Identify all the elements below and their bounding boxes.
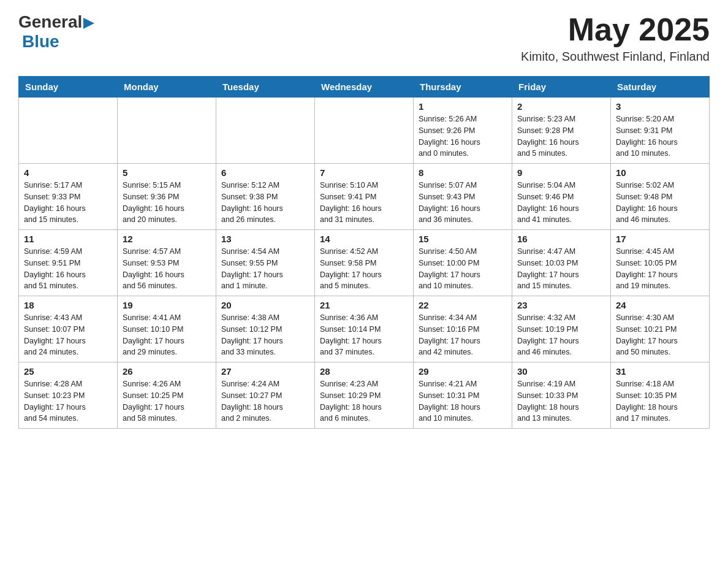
calendar-cell: 14Sunrise: 4:52 AMSunset: 9:58 PMDayligh… [315,230,414,296]
day-number: 11 [24,234,112,244]
week-row-5: 25Sunrise: 4:28 AMSunset: 10:23 PMDaylig… [19,362,710,429]
calendar-cell: 17Sunrise: 4:45 AMSunset: 10:05 PMDaylig… [611,230,710,296]
logo: General Blue [18,12,94,52]
day-info: Sunrise: 4:43 AMSunset: 10:07 PMDaylight… [24,312,112,358]
calendar-cell: 8Sunrise: 5:07 AMSunset: 9:43 PMDaylight… [414,164,512,230]
day-info: Sunrise: 4:59 AMSunset: 9:51 PMDaylight:… [24,246,112,292]
day-number: 9 [517,167,605,178]
calendar-cell: 4Sunrise: 5:17 AMSunset: 9:33 PMDaylight… [19,164,118,230]
calendar-cell: 10Sunrise: 5:02 AMSunset: 9:48 PMDayligh… [611,164,710,230]
day-number: 13 [221,234,309,244]
day-info: Sunrise: 5:17 AMSunset: 9:33 PMDaylight:… [24,180,112,226]
logo-blue-text: Blue [22,32,59,52]
calendar-cell: 20Sunrise: 4:38 AMSunset: 10:12 PMDaylig… [216,296,315,362]
day-info: Sunrise: 4:24 AMSunset: 10:27 PMDaylight… [221,378,309,424]
day-info: Sunrise: 4:28 AMSunset: 10:23 PMDaylight… [24,378,112,424]
day-number: 20 [221,300,309,310]
weekday-header-tuesday: Tuesday [216,77,315,98]
calendar-cell: 2Sunrise: 5:23 AMSunset: 9:28 PMDaylight… [512,98,611,164]
day-number: 8 [419,167,507,178]
day-info: Sunrise: 4:32 AMSunset: 10:19 PMDaylight… [517,312,605,358]
day-number: 17 [616,234,704,244]
day-number: 22 [419,300,507,310]
svg-marker-0 [83,18,94,29]
calendar-table: SundayMondayTuesdayWednesdayThursdayFrid… [18,76,710,429]
day-info: Sunrise: 4:50 AMSunset: 10:00 PMDaylight… [419,246,507,292]
day-info: Sunrise: 4:23 AMSunset: 10:29 PMDaylight… [320,378,408,424]
day-info: Sunrise: 5:15 AMSunset: 9:36 PMDaylight:… [123,180,211,226]
day-info: Sunrise: 5:02 AMSunset: 9:48 PMDaylight:… [616,180,704,226]
day-info: Sunrise: 5:04 AMSunset: 9:46 PMDaylight:… [517,180,605,226]
day-info: Sunrise: 5:23 AMSunset: 9:28 PMDaylight:… [517,113,605,159]
calendar-cell: 30Sunrise: 4:19 AMSunset: 10:33 PMDaylig… [512,362,611,429]
calendar-cell: 15Sunrise: 4:50 AMSunset: 10:00 PMDaylig… [414,230,512,296]
week-row-4: 18Sunrise: 4:43 AMSunset: 10:07 PMDaylig… [19,296,710,362]
day-number: 5 [123,167,211,178]
day-info: Sunrise: 5:12 AMSunset: 9:38 PMDaylight:… [221,180,309,226]
week-row-3: 11Sunrise: 4:59 AMSunset: 9:51 PMDayligh… [19,230,710,296]
location-text: Kimito, Southwest Finland, Finland [521,50,710,64]
calendar-cell: 21Sunrise: 4:36 AMSunset: 10:14 PMDaylig… [315,296,414,362]
day-number: 29 [419,366,507,377]
day-number: 15 [419,234,507,244]
calendar-cell: 27Sunrise: 4:24 AMSunset: 10:27 PMDaylig… [216,362,315,429]
calendar-cell: 25Sunrise: 4:28 AMSunset: 10:23 PMDaylig… [19,362,118,429]
calendar-cell: 19Sunrise: 4:41 AMSunset: 10:10 PMDaylig… [118,296,216,362]
weekday-header-row: SundayMondayTuesdayWednesdayThursdayFrid… [19,77,710,98]
calendar-cell: 23Sunrise: 4:32 AMSunset: 10:19 PMDaylig… [512,296,611,362]
day-info: Sunrise: 4:18 AMSunset: 10:35 PMDaylight… [616,378,704,424]
day-number: 27 [221,366,309,377]
calendar-cell: 9Sunrise: 5:04 AMSunset: 9:46 PMDaylight… [512,164,611,230]
weekday-header-friday: Friday [512,77,611,98]
day-info: Sunrise: 5:20 AMSunset: 9:31 PMDaylight:… [616,113,704,159]
day-number: 10 [616,167,704,178]
day-info: Sunrise: 4:45 AMSunset: 10:05 PMDaylight… [616,246,704,292]
day-info: Sunrise: 4:21 AMSunset: 10:31 PMDaylight… [419,378,507,424]
calendar-cell: 3Sunrise: 5:20 AMSunset: 9:31 PMDaylight… [611,98,710,164]
calendar-cell: 13Sunrise: 4:54 AMSunset: 9:55 PMDayligh… [216,230,315,296]
day-number: 16 [517,234,605,244]
day-number: 4 [24,167,112,178]
day-info: Sunrise: 4:52 AMSunset: 9:58 PMDaylight:… [320,246,408,292]
week-row-1: 1Sunrise: 5:26 AMSunset: 9:26 PMDaylight… [19,98,710,164]
day-info: Sunrise: 4:38 AMSunset: 10:12 PMDaylight… [221,312,309,358]
day-number: 12 [123,234,211,244]
logo-arrow-icon [83,18,94,29]
day-number: 30 [517,366,605,377]
calendar-cell: 22Sunrise: 4:34 AMSunset: 10:16 PMDaylig… [414,296,512,362]
day-number: 28 [320,366,408,377]
day-info: Sunrise: 4:34 AMSunset: 10:16 PMDaylight… [419,312,507,358]
title-block: May 2025 Kimito, Southwest Finland, Finl… [521,12,710,64]
day-info: Sunrise: 4:54 AMSunset: 9:55 PMDaylight:… [221,246,309,292]
weekday-header-thursday: Thursday [414,77,512,98]
logo-general-text: General [18,12,82,32]
calendar-cell: 18Sunrise: 4:43 AMSunset: 10:07 PMDaylig… [19,296,118,362]
calendar-cell [19,98,118,164]
weekday-header-monday: Monday [118,77,216,98]
calendar-cell: 7Sunrise: 5:10 AMSunset: 9:41 PMDaylight… [315,164,414,230]
calendar-cell: 26Sunrise: 4:26 AMSunset: 10:25 PMDaylig… [118,362,216,429]
week-row-2: 4Sunrise: 5:17 AMSunset: 9:33 PMDaylight… [19,164,710,230]
day-number: 26 [123,366,211,377]
day-info: Sunrise: 4:36 AMSunset: 10:14 PMDaylight… [320,312,408,358]
calendar-cell: 1Sunrise: 5:26 AMSunset: 9:26 PMDaylight… [414,98,512,164]
day-info: Sunrise: 4:19 AMSunset: 10:33 PMDaylight… [517,378,605,424]
day-number: 7 [320,167,408,178]
calendar-cell: 24Sunrise: 4:30 AMSunset: 10:21 PMDaylig… [611,296,710,362]
day-number: 14 [320,234,408,244]
day-number: 18 [24,300,112,310]
calendar-cell [315,98,414,164]
day-info: Sunrise: 4:30 AMSunset: 10:21 PMDaylight… [616,312,704,358]
day-number: 31 [616,366,704,377]
day-number: 21 [320,300,408,310]
day-number: 1 [419,101,507,112]
day-info: Sunrise: 4:57 AMSunset: 9:53 PMDaylight:… [123,246,211,292]
calendar-cell [118,98,216,164]
weekday-header-wednesday: Wednesday [315,77,414,98]
calendar-cell: 28Sunrise: 4:23 AMSunset: 10:29 PMDaylig… [315,362,414,429]
day-number: 24 [616,300,704,310]
calendar-cell: 16Sunrise: 4:47 AMSunset: 10:03 PMDaylig… [512,230,611,296]
calendar-cell: 12Sunrise: 4:57 AMSunset: 9:53 PMDayligh… [118,230,216,296]
calendar-cell: 11Sunrise: 4:59 AMSunset: 9:51 PMDayligh… [19,230,118,296]
day-info: Sunrise: 5:26 AMSunset: 9:26 PMDaylight:… [419,113,507,159]
